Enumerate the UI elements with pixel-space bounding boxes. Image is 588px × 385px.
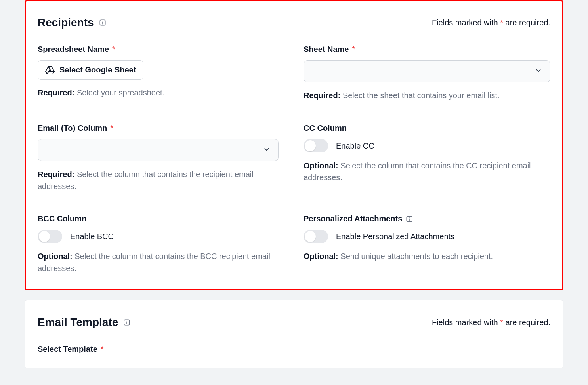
required-note: Fields marked with * are required.	[432, 18, 550, 27]
bcc-label-text: BCC Column	[38, 214, 86, 223]
enable-attachments-toggle[interactable]	[304, 230, 328, 243]
sheet-name-dropdown[interactable]	[304, 60, 550, 82]
help-prefix: Required:	[304, 91, 340, 100]
enable-bcc-toggle[interactable]	[38, 230, 62, 243]
spreadsheet-name-label-text: Spreadsheet Name	[38, 45, 109, 54]
select-google-sheet-button[interactable]: Select Google Sheet	[38, 60, 143, 80]
email-to-help: Required: Select the column that contain…	[38, 168, 284, 192]
recipients-grid: Spreadsheet Name * Select Google Sheet R…	[38, 45, 550, 274]
sheet-name-field: Sheet Name * Required: Select the sheet …	[304, 45, 550, 101]
attachments-help: Optional: Send unique attachments to eac…	[304, 250, 550, 262]
help-prefix: Optional:	[304, 252, 338, 261]
sheet-name-label-text: Sheet Name	[304, 45, 349, 54]
select-template-label: Select Template *	[38, 345, 550, 354]
enable-cc-label: Enable CC	[336, 141, 374, 151]
asterisk: *	[101, 345, 104, 354]
svg-point-8	[127, 321, 128, 322]
required-note-suffix: are required.	[503, 318, 550, 327]
spreadsheet-name-help: Required: Select your spreadsheet.	[38, 87, 284, 99]
email-to-dropdown[interactable]	[38, 139, 279, 161]
required-note: Fields marked with * are required.	[432, 318, 550, 327]
attachments-toggle-row: Enable Personalized Attachments	[304, 230, 550, 243]
help-text: Select your spreadsheet.	[74, 88, 164, 97]
bcc-field: BCC Column Enable BCC Optional: Select t…	[38, 214, 284, 274]
svg-point-5	[409, 217, 410, 218]
help-text: Send unique attachments to each recipien…	[338, 252, 493, 261]
bcc-toggle-row: Enable BCC	[38, 230, 284, 243]
info-icon[interactable]	[123, 318, 131, 326]
email-template-card: Email Template Fields marked with * are …	[25, 300, 563, 368]
help-text: Select the sheet that contains your emai…	[340, 91, 499, 100]
email-template-title-text: Email Template	[38, 316, 118, 329]
required-note-prefix: Fields marked with	[432, 318, 500, 327]
cc-label-text: CC Column	[304, 124, 347, 133]
recipients-title-text: Recipients	[38, 16, 94, 29]
help-prefix: Required:	[38, 170, 74, 179]
enable-attachments-label: Enable Personalized Attachments	[336, 232, 454, 241]
cc-field: CC Column Enable CC Optional: Select the…	[304, 124, 550, 192]
attachments-field: Personalized Attachments Enable Personal…	[304, 214, 550, 274]
select-template-field: Select Template *	[38, 345, 550, 354]
attachments-label: Personalized Attachments	[304, 214, 550, 223]
enable-cc-toggle[interactable]	[304, 139, 328, 152]
sheet-name-label: Sheet Name *	[304, 45, 550, 54]
google-drive-icon	[45, 66, 55, 74]
email-to-label: Email (To) Column *	[38, 124, 284, 133]
help-prefix: Optional:	[38, 252, 73, 261]
cc-toggle-row: Enable CC	[304, 139, 550, 152]
spreadsheet-name-field: Spreadsheet Name * Select Google Sheet R…	[38, 45, 284, 101]
toggle-knob	[305, 140, 316, 151]
email-template-header: Email Template Fields marked with * are …	[38, 316, 550, 329]
spreadsheet-name-label: Spreadsheet Name *	[38, 45, 284, 54]
recipients-card: Recipients Fields marked with * are requ…	[25, 0, 563, 290]
required-note-prefix: Fields marked with	[432, 18, 500, 27]
recipients-title: Recipients	[38, 16, 107, 29]
chevron-down-icon	[535, 67, 542, 76]
asterisk: *	[112, 45, 115, 54]
select-template-label-text: Select Template	[38, 345, 97, 354]
info-icon[interactable]	[405, 215, 413, 223]
cc-help: Optional: Select the column that contain…	[304, 160, 550, 183]
svg-point-2	[102, 21, 103, 22]
asterisk: *	[500, 318, 503, 327]
help-text: Select the column that contains the BCC …	[38, 252, 270, 273]
sheet-name-help: Required: Select the sheet that contains…	[304, 90, 550, 101]
bcc-help: Optional: Select the column that contain…	[38, 250, 284, 274]
email-to-label-text: Email (To) Column	[38, 124, 107, 133]
cc-label: CC Column	[304, 124, 550, 133]
select-google-sheet-label: Select Google Sheet	[59, 65, 136, 74]
email-to-field: Email (To) Column * Required: Select the…	[38, 124, 284, 192]
email-template-title: Email Template	[38, 316, 131, 329]
toggle-knob	[305, 231, 316, 242]
help-prefix: Optional:	[304, 161, 338, 170]
attachments-label-text: Personalized Attachments	[304, 214, 402, 223]
asterisk: *	[110, 124, 113, 133]
bcc-label: BCC Column	[38, 214, 284, 223]
toggle-knob	[39, 231, 50, 242]
asterisk: *	[352, 45, 355, 54]
enable-bcc-label: Enable BCC	[70, 232, 114, 241]
required-note-suffix: are required.	[503, 18, 550, 27]
chevron-down-icon	[263, 146, 270, 154]
help-prefix: Required:	[38, 88, 74, 97]
info-icon[interactable]	[99, 19, 107, 27]
asterisk: *	[500, 18, 503, 27]
recipients-header: Recipients Fields marked with * are requ…	[38, 16, 550, 29]
